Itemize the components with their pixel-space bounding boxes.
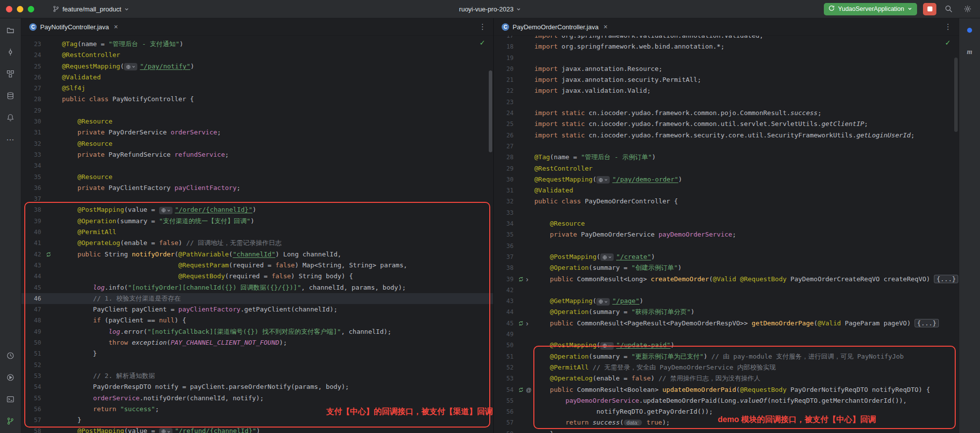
line-number[interactable]: 53 (21, 371, 44, 381)
code-line[interactable]: 53 // 2. 解析通知数据 (21, 371, 493, 381)
code-line[interactable]: 43 @GetMapping("/page") (494, 296, 959, 307)
tool-commit-button[interactable] (3, 45, 17, 59)
code-line[interactable]: 35 private PayDemoOrderService payDemoOr… (494, 229, 959, 240)
line-number[interactable]: 49 (494, 329, 517, 340)
mapping-gutter-icon[interactable] (518, 320, 524, 326)
line-number[interactable]: 39 (494, 274, 517, 285)
code-line[interactable]: 39› public CommonResult<Long> createDemo… (494, 274, 959, 285)
line-number[interactable]: 44 (494, 307, 517, 317)
stop-button[interactable] (923, 3, 936, 15)
line-number[interactable]: 33 (494, 207, 517, 218)
code-line[interactable]: 38 @Operation(summary = "创建示例订单") (494, 262, 959, 273)
code-line[interactable]: 52 @PermitAll // 无需登录，安全由 PayDemoOrderSe… (494, 362, 959, 373)
code-line[interactable]: 36 private PayClientFactory payClientFac… (21, 183, 493, 193)
code-line[interactable]: 44 @Operation(summary = "获得示例订单分页") (494, 307, 959, 317)
tool-notifications-button[interactable] (963, 23, 977, 37)
code-line[interactable]: 25@RequestMapping("/pay/notify") (21, 61, 493, 72)
line-number[interactable]: 29 (494, 163, 517, 174)
more-options-icon[interactable]: ⋮ (944, 22, 959, 31)
tool-project-button[interactable] (3, 23, 17, 37)
line-number[interactable]: 24 (494, 108, 517, 119)
code-line[interactable]: 26import static cn.iocoder.yudao.framewo… (494, 130, 959, 141)
line-number[interactable]: 43 (494, 296, 517, 307)
code-line[interactable]: 32public class PayDemoOrderController { (494, 196, 959, 207)
tool-history-button[interactable] (3, 349, 17, 363)
line-number[interactable]: 58 (21, 426, 44, 433)
search-everywhere-button[interactable] (942, 2, 955, 15)
url-inlay-icon[interactable] (600, 253, 614, 261)
line-number[interactable]: 45 (21, 282, 44, 293)
line-number[interactable]: 17 (494, 36, 517, 41)
code-line[interactable]: 49 log.error("[notifyCallback][渠道编号({}) … (21, 326, 493, 337)
code-line[interactable]: 38 @PostMapping(value = "/order/{channel… (21, 204, 493, 215)
line-number[interactable]: 20 (494, 63, 517, 74)
code-line[interactable]: 30 @Resource (21, 116, 493, 127)
line-number[interactable]: 24 (21, 50, 44, 61)
code-line[interactable]: 23@Tag(name = "管理后台 - 支付通知") (21, 39, 493, 50)
code-line[interactable]: 28@Tag(name = "管理后台 - 示例订单") (494, 152, 959, 163)
code-line[interactable]: 39 @Operation(summary = "支付渠道的统一【支付】回调") (21, 216, 493, 227)
code-line[interactable]: 50 throw exception(PAY_CHANNEL_CLIENT_NO… (21, 337, 493, 348)
code-line[interactable]: 23 (494, 97, 959, 108)
code-line[interactable]: 18import org.springframework.web.bind.an… (494, 41, 959, 52)
fold-gutter-icon[interactable]: › (526, 274, 528, 285)
code-line[interactable]: 37 @PostMapping("/create") (494, 251, 959, 262)
code-line[interactable]: 40 @PermitAll (21, 227, 493, 238)
line-number[interactable]: 37 (494, 251, 517, 262)
url-inlay-icon[interactable] (596, 298, 610, 306)
tab-paydemoordercontroller[interactable]: C PayDemoOrderController.java × (497, 18, 613, 35)
code-line[interactable]: 53 @OperateLog(enable = false) // 禁用操作日志… (494, 373, 959, 384)
code-line[interactable]: 36 (494, 241, 959, 251)
code-line[interactable]: 24@RestController (21, 50, 493, 61)
code-line[interactable]: 44 @RequestBody(required = false) String… (21, 271, 493, 282)
code-line[interactable]: 58 } (494, 429, 959, 433)
line-number[interactable]: 27 (494, 141, 517, 152)
code-line[interactable]: 55 payDemoOrderService.updateDemoOrderPa… (494, 395, 959, 406)
folded-code-chip[interactable]: {...} (915, 319, 939, 327)
line-number[interactable]: 42 (21, 249, 44, 260)
tool-more-button[interactable]: ⋯ (3, 132, 17, 146)
line-number[interactable]: 48 (21, 315, 44, 326)
line-number[interactable]: 49 (21, 326, 44, 337)
code-line[interactable]: 29 (21, 105, 493, 116)
line-number[interactable]: 57 (21, 415, 44, 426)
line-number[interactable]: 50 (494, 340, 517, 351)
code-line[interactable]: 52 (21, 360, 493, 371)
url-inlay-icon[interactable] (159, 428, 173, 433)
line-number[interactable]: 34 (21, 160, 44, 171)
line-number[interactable]: 23 (21, 39, 44, 50)
code-line[interactable]: 32 @Resource (21, 138, 493, 149)
line-number[interactable]: 23 (494, 97, 517, 108)
code-line[interactable]: 58 @PostMapping(value = "/refund/{channe… (21, 426, 493, 433)
code-line[interactable]: 47 PayClient payClient = payClientFactor… (21, 304, 493, 315)
line-number[interactable]: 26 (494, 130, 517, 141)
line-number[interactable]: 26 (21, 72, 44, 83)
line-number[interactable]: 28 (21, 94, 44, 105)
line-number[interactable]: 27 (21, 83, 44, 94)
code-line[interactable]: 28public class PayNotifyController { (21, 94, 493, 105)
code-line[interactable]: 27 (494, 141, 959, 152)
scrollbar-thumb[interactable] (954, 58, 958, 132)
line-number[interactable]: 32 (494, 196, 517, 207)
tool-database-button[interactable] (3, 89, 17, 103)
line-number[interactable]: 31 (21, 127, 44, 138)
line-number[interactable]: 18 (494, 41, 517, 52)
code-line[interactable]: 51 @Operation(summary = "更新示例订单为已支付") //… (494, 351, 959, 362)
line-number[interactable]: 55 (494, 395, 517, 406)
settings-button[interactable] (961, 2, 974, 15)
line-number[interactable]: 46 (21, 293, 44, 304)
line-number[interactable]: 39 (21, 216, 44, 227)
code-line[interactable]: 35 @Resource (21, 172, 493, 183)
url-inlay-icon[interactable] (124, 63, 137, 70)
code-line[interactable]: 21import javax.annotation.security.Permi… (494, 74, 959, 85)
line-number[interactable]: 34 (494, 218, 517, 229)
code-line[interactable]: 33 private PayRefundService refundServic… (21, 149, 493, 160)
line-number[interactable]: 31 (494, 185, 517, 196)
line-number[interactable]: 52 (494, 362, 517, 373)
code-line[interactable]: 41 @OperateLog(enable = false) // 回调地址，无… (21, 238, 493, 248)
line-number[interactable]: 25 (21, 61, 44, 72)
mapping-gutter-icon[interactable] (518, 387, 524, 393)
code-line[interactable]: 33 (494, 207, 959, 218)
mapping-gutter-icon[interactable] (518, 276, 524, 282)
code-line[interactable]: 30@RequestMapping("/pay/demo-order") (494, 174, 959, 185)
